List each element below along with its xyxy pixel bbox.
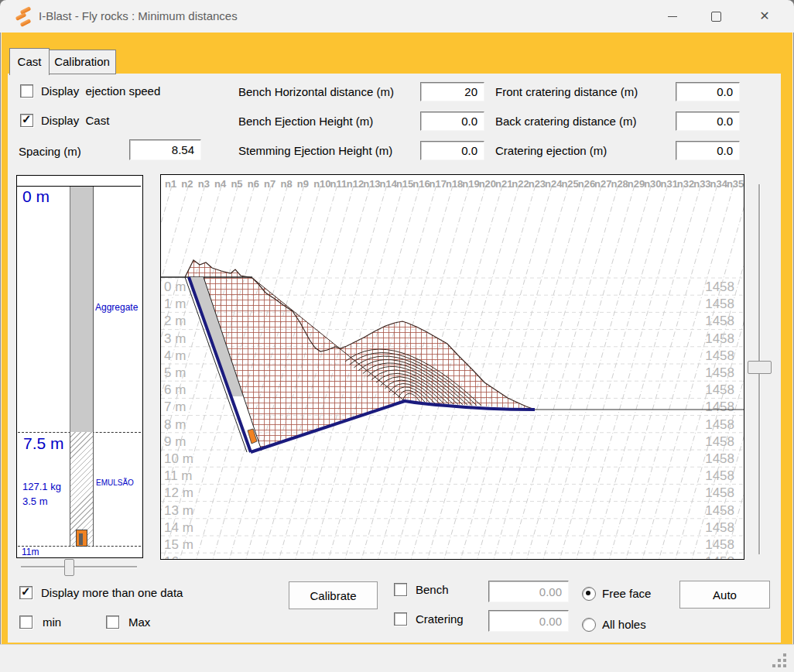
svg-text:10 m: 10 m bbox=[164, 451, 193, 466]
front-cratering-distance-label: Front cratering distance (m) bbox=[495, 85, 638, 98]
bench-horizontal-distance-label: Bench Horizontal distance (m) bbox=[238, 85, 394, 98]
svg-text:1458: 1458 bbox=[705, 365, 734, 380]
svg-text:7 m: 7 m bbox=[164, 399, 186, 414]
window-title: I-Blast - Fly rocks : Minimum distances bbox=[39, 0, 238, 33]
svg-text:n6: n6 bbox=[248, 178, 259, 190]
cratering-label: Cratering bbox=[416, 612, 464, 626]
spacing-input[interactable] bbox=[129, 139, 201, 160]
maximize-icon bbox=[711, 12, 721, 22]
bench-horizontal-distance-input[interactable] bbox=[420, 82, 484, 101]
bench-value-input[interactable] bbox=[488, 581, 569, 602]
bench-ejection-height-label: Bench Ejection Height (m) bbox=[238, 115, 373, 128]
svg-text:n15: n15 bbox=[396, 178, 413, 190]
calibrate-button[interactable]: Calibrate bbox=[289, 581, 378, 609]
svg-text:n4: n4 bbox=[214, 178, 227, 190]
display-cast-label: Display Cast bbox=[41, 114, 109, 127]
bench-ejection-height-input[interactable] bbox=[420, 111, 484, 131]
close-button[interactable]: ✕ bbox=[743, 0, 786, 33]
tab-calibration[interactable]: Calibration bbox=[48, 50, 116, 74]
svg-text:9 m: 9 m bbox=[164, 434, 186, 449]
svg-text:1458: 1458 bbox=[705, 451, 734, 466]
svg-text:3 m: 3 m bbox=[164, 331, 186, 346]
app-icon bbox=[13, 7, 33, 27]
svg-text:1458: 1458 bbox=[705, 503, 734, 518]
svg-text:n5: n5 bbox=[231, 178, 242, 190]
maximize-button[interactable] bbox=[693, 0, 737, 33]
svg-text:n10: n10 bbox=[313, 178, 330, 190]
auto-button[interactable]: Auto bbox=[679, 581, 770, 609]
svg-text:n23: n23 bbox=[529, 178, 546, 190]
svg-text:4 m: 4 m bbox=[164, 348, 186, 363]
display-more-checkbox[interactable] bbox=[19, 586, 33, 599]
svg-text:15 m: 15 m bbox=[164, 537, 193, 552]
cratering-ejection-label: Cratering ejection (m) bbox=[495, 144, 607, 157]
stemming-ejection-height-input[interactable] bbox=[420, 141, 484, 160]
svg-text:n36: n36 bbox=[743, 178, 744, 190]
svg-text:1458: 1458 bbox=[705, 399, 734, 414]
svg-text:11 m: 11 m bbox=[164, 468, 193, 483]
booster-icon bbox=[76, 530, 87, 547]
svg-text:1458: 1458 bbox=[705, 537, 734, 552]
stemming-column bbox=[70, 187, 94, 432]
svg-text:n30: n30 bbox=[644, 178, 661, 190]
svg-text:n24: n24 bbox=[545, 178, 563, 190]
free-face-label: Free face bbox=[602, 587, 651, 600]
back-cratering-distance-input[interactable] bbox=[676, 111, 740, 131]
stemming-ejection-height-label: Stemming Ejection Height (m) bbox=[238, 144, 392, 157]
display-ejection-speed-label: Display ejection speed bbox=[41, 84, 160, 98]
svg-text:13 m: 13 m bbox=[164, 503, 193, 518]
cratering-value-input[interactable] bbox=[488, 610, 569, 632]
svg-text:n31: n31 bbox=[661, 178, 678, 190]
display-cast-checkbox[interactable] bbox=[20, 114, 33, 127]
svg-text:n33: n33 bbox=[693, 178, 710, 190]
svg-text:n27: n27 bbox=[594, 178, 611, 190]
hole-slider-thumb[interactable] bbox=[64, 559, 74, 576]
resize-grip[interactable] bbox=[772, 653, 789, 669]
bench-checkbox[interactable] bbox=[394, 583, 407, 596]
stemming-material-label: Aggregate bbox=[95, 302, 138, 313]
all-holes-label: All holes bbox=[602, 618, 646, 631]
display-more-label: Display more than one data bbox=[41, 586, 183, 599]
svg-text:n13: n13 bbox=[363, 178, 380, 190]
svg-text:1458: 1458 bbox=[705, 297, 734, 311]
min-label: min bbox=[43, 615, 61, 629]
tab-cast[interactable]: Cast bbox=[9, 48, 50, 75]
borehole-diagram-panel: 0 m Aggregate 7.5 m 127.1 kg 3.5 m EMULS… bbox=[16, 175, 143, 558]
max-checkbox[interactable] bbox=[106, 615, 119, 629]
svg-text:6 m: 6 m bbox=[164, 382, 186, 397]
all-holes-radio[interactable] bbox=[582, 618, 596, 632]
display-ejection-speed-checkbox[interactable] bbox=[20, 84, 33, 98]
svg-text:1 m: 1 m bbox=[164, 297, 186, 311]
detonator-icon bbox=[79, 533, 83, 545]
svg-text:n16: n16 bbox=[412, 178, 430, 190]
front-cratering-distance-input[interactable] bbox=[676, 82, 740, 101]
svg-text:n22: n22 bbox=[512, 178, 529, 190]
svg-text:n28: n28 bbox=[611, 178, 628, 190]
svg-text:n20: n20 bbox=[479, 178, 496, 190]
charge-mass-label: 127.1 kg bbox=[22, 481, 61, 492]
back-cratering-distance-label: Back cratering distance (m) bbox=[495, 115, 637, 128]
spacing-label: Spacing (m) bbox=[19, 145, 81, 158]
svg-text:1458: 1458 bbox=[705, 468, 734, 483]
svg-text:n9: n9 bbox=[297, 178, 309, 190]
max-label: Max bbox=[128, 615, 150, 629]
minimize-button[interactable] bbox=[650, 0, 693, 33]
free-face-radio[interactable] bbox=[582, 587, 596, 601]
svg-text:n35: n35 bbox=[727, 178, 744, 190]
charge-length-label: 3.5 m bbox=[22, 495, 48, 507]
svg-text:12 m: 12 m bbox=[164, 485, 193, 500]
svg-text:n19: n19 bbox=[462, 178, 479, 190]
cratering-ejection-input[interactable] bbox=[676, 141, 740, 160]
hole-slider-track[interactable] bbox=[21, 566, 137, 567]
minimize-icon bbox=[668, 16, 677, 17]
chart-slider-thumb[interactable] bbox=[748, 361, 772, 374]
svg-text:1458: 1458 bbox=[705, 520, 734, 535]
cratering-checkbox[interactable] bbox=[394, 612, 407, 626]
charge-top-depth-label: 7.5 m bbox=[23, 434, 64, 453]
bench-label: Bench bbox=[416, 583, 449, 596]
svg-text:14 m: 14 m bbox=[164, 520, 193, 535]
min-checkbox[interactable] bbox=[19, 615, 33, 629]
svg-text:n11: n11 bbox=[330, 178, 347, 190]
svg-text:n12: n12 bbox=[347, 178, 364, 190]
svg-text:n26: n26 bbox=[578, 178, 595, 190]
